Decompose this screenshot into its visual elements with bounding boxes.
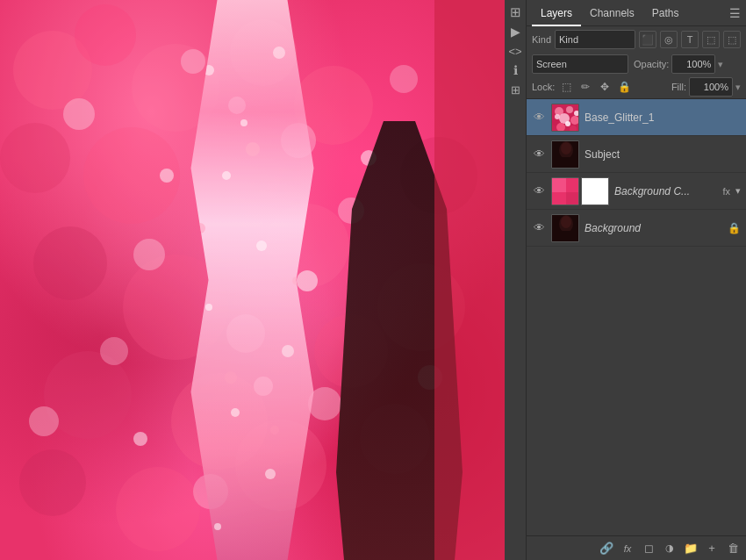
layer-subject[interactable]: 👁 Subject [527, 136, 746, 173]
filter-adjust-btn[interactable]: ◎ [660, 31, 678, 48]
layer-name-subject: Subject [585, 148, 741, 161]
fill-value[interactable]: 100% [689, 77, 733, 97]
svg-rect-73 [561, 231, 571, 242]
lock-label: Lock: [532, 82, 555, 92]
layer-thumbs-bg-color [551, 177, 609, 205]
svg-point-19 [63, 98, 95, 130]
tab-group: Layers Channels Paths [532, 0, 687, 26]
layers-list: 👁 Base_Glitter_1 � [527, 99, 746, 535]
filter-pixel-btn[interactable]: ⬛ [639, 31, 656, 48]
lock-row: Lock: ⬚ ✏ ✥ 🔒 Fill: 100% ▾ [527, 75, 746, 99]
layers-new-icon[interactable]: + [704, 541, 720, 556]
layer-expand-arrow[interactable]: ▾ [735, 185, 741, 197]
opacity-value[interactable]: 100% [671, 54, 715, 74]
layer-eye-bg-color[interactable]: 👁 [532, 184, 546, 197]
right-bg [434, 0, 505, 560]
layer-eye-base-glitter[interactable]: 👁 [532, 111, 546, 124]
svg-point-23 [133, 239, 165, 270]
layers-mask-icon[interactable]: ◻ [641, 541, 656, 556]
lock-all-btn[interactable]: 🔒 [616, 79, 632, 95]
fill-label: Fill: [671, 82, 686, 92]
svg-point-38 [240, 119, 247, 126]
opacity-arrow: ▾ [718, 59, 723, 70]
layer-eye-subject[interactable]: 👁 [532, 147, 546, 161]
svg-point-41 [256, 241, 267, 251]
layer-base-glitter[interactable]: 👁 Base_Glitter_1 [527, 99, 746, 136]
svg-point-66 [561, 142, 571, 154]
layer-thumb-subject [551, 140, 579, 169]
svg-point-13 [19, 449, 86, 516]
tab-channels[interactable]: Channels [581, 2, 643, 26]
tab-paths[interactable]: Paths [643, 2, 688, 26]
layer-eye-background[interactable]: 👁 [532, 221, 546, 234]
toolbar-info-icon[interactable]: ℹ [506, 61, 524, 79]
layers-bottom: 🔗 fx ◻ ◑ 📁 + 🗑 [527, 535, 746, 560]
svg-point-62 [574, 111, 579, 116]
canvas-image [0, 0, 505, 560]
left-toolbar: ⊞ ▶ <> ℹ ⊞ [505, 0, 527, 560]
filter-kind-dropdown[interactable]: Kind [555, 30, 635, 49]
toolbar-play-icon[interactable]: ▶ [506, 23, 524, 40]
layer-fx-badge[interactable]: fx [722, 186, 730, 197]
svg-point-47 [246, 142, 260, 156]
svg-point-42 [205, 304, 212, 311]
panel-tabs: Layers Channels Paths ☰ [527, 0, 746, 26]
fill-group: Fill: 100% ▾ [671, 77, 741, 97]
svg-point-45 [265, 469, 276, 479]
svg-point-46 [214, 523, 221, 530]
layer-thumb-bg-color-fill [551, 177, 579, 205]
toolbar-bracket-icon[interactable]: <> [506, 42, 524, 60]
svg-point-50 [225, 371, 237, 384]
svg-point-40 [222, 171, 231, 180]
layers-group-icon[interactable]: 📁 [683, 541, 699, 556]
svg-point-36 [133, 432, 147, 446]
svg-point-39 [273, 47, 285, 59]
lock-position-btn[interactable]: ✥ [597, 79, 613, 95]
svg-point-14 [116, 467, 200, 551]
filter-shape-btn[interactable]: ⬚ [702, 31, 720, 48]
layer-lock-icon: 🔒 [728, 222, 741, 234]
panels-area: Layers Channels Paths ☰ Kind Kind ⬛ ◎ T … [527, 0, 746, 560]
svg-point-29 [29, 406, 59, 436]
layer-thumb-background [551, 214, 579, 242]
opacity-label: Opacity: [634, 59, 669, 69]
layer-name-bg-color: Background C... [614, 185, 717, 197]
svg-rect-69 [566, 192, 579, 205]
svg-point-54 [566, 106, 573, 113]
svg-point-60 [565, 121, 570, 126]
layer-thumb-base-glitter [551, 104, 579, 132]
layer-background[interactable]: 👁 Background 🔒 [527, 210, 746, 247]
svg-point-74 [561, 216, 571, 228]
toolbar-layers-icon[interactable]: ⊞ [506, 4, 524, 21]
layers-delete-icon[interactable]: 🗑 [725, 541, 741, 556]
svg-point-33 [297, 270, 318, 291]
filter-kind-label: Kind [532, 34, 551, 45]
svg-point-61 [555, 114, 560, 119]
svg-rect-65 [561, 157, 571, 169]
svg-rect-70 [582, 178, 609, 205]
opacity-group: Opacity: 100% ▾ [634, 54, 741, 74]
svg-point-57 [570, 116, 579, 125]
svg-point-3 [0, 123, 70, 193]
layers-adjustment-icon[interactable]: ◑ [662, 541, 678, 556]
layer-name-base-glitter: Base_Glitter_1 [585, 111, 741, 124]
svg-point-43 [282, 345, 294, 357]
lock-paint-btn[interactable]: ✏ [577, 79, 593, 95]
lock-transparent-btn[interactable]: ⬚ [558, 79, 574, 95]
svg-point-32 [160, 169, 174, 183]
layers-link-icon[interactable]: 🔗 [599, 541, 614, 556]
svg-point-44 [231, 408, 240, 417]
filter-text-btn[interactable]: T [681, 31, 699, 48]
svg-point-51 [270, 426, 279, 434]
layer-thumb-bg-color-mask [581, 177, 609, 205]
filter-row: Kind Kind ⬛ ◎ T ⬚ ⬚ [527, 26, 746, 53]
panel-menu-icon[interactable]: ☰ [729, 6, 741, 20]
layer-background-color[interactable]: 👁 Background C... fx ▾ [527, 173, 746, 210]
svg-point-22 [390, 65, 418, 93]
filter-smartobj-btn[interactable]: ⬚ [723, 31, 741, 48]
layers-fx-icon[interactable]: fx [620, 541, 635, 556]
tab-layers[interactable]: Layers [532, 2, 581, 26]
blend-mode-dropdown[interactable]: Screen Normal Multiply Overlay [532, 54, 628, 74]
toolbar-grid-icon[interactable]: ⊞ [506, 81, 524, 98]
blend-row: Screen Normal Multiply Overlay Opacity: … [527, 53, 746, 75]
